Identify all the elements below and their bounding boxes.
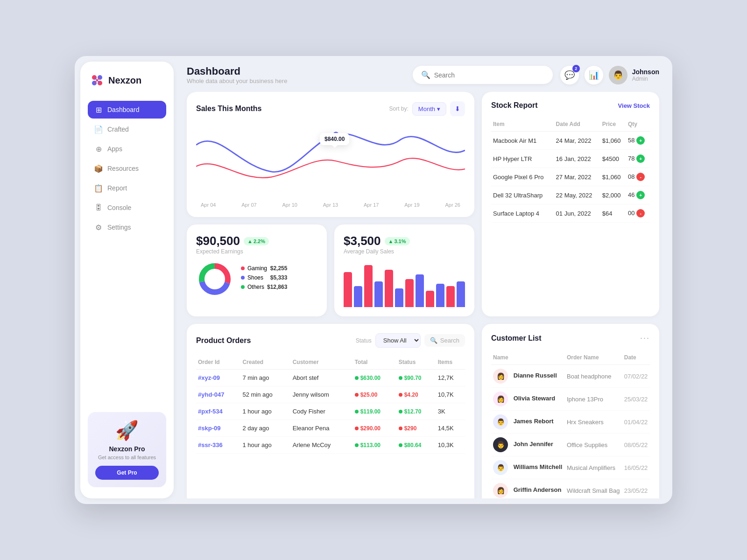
order-total: $119.00 [353,403,397,420]
chart-tooltip: $840.00 [320,133,349,145]
sidebar-item-dashboard[interactable]: ⊞Dashboard [88,101,166,119]
donut-chart [196,260,233,298]
order-created: 1 hour ago [240,437,290,454]
bar-chart-bar [457,281,465,307]
stock-date: 27 Mar, 2022 [554,168,600,186]
user-info: 👨 Johnson Admin [609,66,659,84]
customer-avatar: 👩 [493,369,508,384]
stock-price: $1,060 [600,132,626,150]
stock-price: $2,000 [600,186,626,204]
total-status-dot [355,376,359,380]
console-icon: 🎛 [94,203,103,212]
report-icon: 📋 [94,184,103,192]
chart-x-label: Apr 04 [201,202,216,208]
download-button[interactable]: ⬇ [450,101,465,116]
stock-qty: 08 - [626,168,650,186]
sales-chart-area: $840.00 [196,124,465,198]
sort-group: Sort by: Month ▾ ⬇ [389,101,465,116]
customer-row: 👨 James Rebort Hrx Sneakers 01/04/22 [491,411,650,434]
order-items: 10,3K [436,437,465,454]
stock-title: Stock Report [491,101,538,110]
sidebar-item-report[interactable]: 📋Report [88,179,166,197]
sidebar-item-settings[interactable]: ⚙Settings [88,218,166,236]
customer-date: 23/05/22 [622,479,650,499]
donut-legend: Gaming $2,255 Shoes $5,333 Others $12,86… [241,265,287,293]
stock-status-dot: + [636,191,645,199]
stock-date: 16 Jan, 2022 [554,150,600,168]
orders-row: #xyz-09 7 min ago Abort stef $630.00 $90… [196,370,465,386]
stock-status-dot: - [636,209,645,217]
stock-card-header: Stock Report View Stock [491,101,650,110]
customer-order: Hrx Sneakers [565,411,622,434]
customer-date: 25/03/22 [622,388,650,411]
crafted-icon: 📄 [94,125,103,133]
chevron-down-icon: ▾ [437,105,440,112]
bar-chart-bar [426,291,434,307]
order-id: #ssr-336 [196,437,240,454]
search-bar[interactable]: 🔍 [413,66,553,84]
avatar: 👨 [609,66,627,84]
customer-avatar: 👩 [493,483,508,498]
daily-sales-amount: $3,500 ▲ 3.1% [344,234,465,248]
legend-label: Gaming [247,265,267,272]
content-grid: Sales This Months Sort by: Month ▾ ⬇ $84… [179,92,667,498]
order-total: $290.00 [353,420,397,437]
sidebar-item-label: Dashboard [107,106,140,113]
customer-name: Griffin Anderson [514,486,562,493]
orders-search[interactable]: 🔍 Search [424,334,465,347]
sidebar-item-console[interactable]: 🎛Console [88,199,166,217]
stock-item: Dell 32 UltraSharp [491,186,554,204]
customer-col-header: Name [491,350,565,365]
status-indicator-dot [399,443,402,447]
analytics-button[interactable]: 📊 [585,66,603,84]
notification-button[interactable]: 💬 2 [560,66,579,84]
order-customer: Cody Fisher [291,403,353,420]
header-actions: 💬 2 📊 👨 Johnson Admin [560,66,659,84]
search-icon: 🔍 [421,70,430,79]
customer-more-button[interactable]: ··· [640,333,650,343]
earnings-card: $90,500 ▲ 2.2% Expected Earnings [187,224,327,316]
customer-avatar: 👨 [493,414,508,429]
header-title-block: Dashboard Whole data about your business… [187,65,405,84]
customer-name: Olivia Steward [514,395,556,402]
customer-name: James Rebort [514,418,554,425]
customer-order: Boat headphone [565,365,622,388]
order-status: $290 [397,420,436,437]
stock-qty: 58 + [626,132,650,150]
sort-month-button[interactable]: Month ▾ [412,102,446,116]
order-created: 52 min ago [240,386,290,403]
sidebar-item-crafted[interactable]: 📄Crafted [88,120,166,138]
stock-qty: 00 - [626,204,650,223]
sidebar-item-label: Resources [107,165,139,172]
bar-chart-bar [416,274,424,307]
sidebar-item-label: Report [107,184,127,192]
order-id: #xyz-09 [196,370,240,386]
view-stock-button[interactable]: View Stock [618,102,650,109]
status-filter: Status Show All 🔍 Search [356,333,465,348]
order-id: #yhd-047 [196,386,240,403]
chart-x-label: Apr 10 [282,202,297,208]
customer-date: 16/05/22 [622,456,650,479]
customer-date: 01/04/22 [622,411,650,434]
order-customer: Arlene McCoy [291,437,353,454]
orders-row: #yhd-047 52 min ago Jenny wilsom $25.00 … [196,386,465,403]
daily-sales-growth: ▲ 3.1% [385,237,410,245]
status-select[interactable]: Show All [375,333,421,348]
total-status-dot [355,443,359,447]
daily-sales-label: Average Daily Sales [344,248,465,255]
resources-icon: 📦 [94,164,103,173]
search-input[interactable] [434,71,544,79]
sidebar-item-resources[interactable]: 📦Resources [88,160,166,177]
dashboard-icon: ⊞ [94,105,103,114]
search-placeholder: Search [440,337,459,344]
customer-name-cell: 👨 John Jennifer [491,434,565,456]
sidebar-item-apps[interactable]: ⊕Apps [88,140,166,158]
get-pro-button[interactable]: Get Pro [95,466,159,480]
page-subtitle: Whole data about your business here [187,77,405,84]
earnings-label: Expected Earnings [196,248,317,255]
logo-icon [90,73,105,88]
order-total: $630.00 [353,370,397,386]
earnings-amount: $90,500 ▲ 2.2% [196,234,317,248]
stock-col-header: Price [600,117,626,132]
customer-order: Wildcraft Small Bag [565,479,622,499]
